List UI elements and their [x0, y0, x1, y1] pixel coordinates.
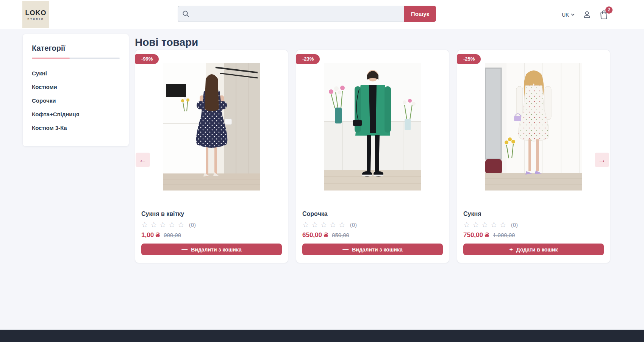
- chevron-down-icon: [571, 13, 575, 16]
- cart-button-label: Видалити з кошика: [191, 247, 242, 253]
- star-icons: ☆☆☆☆☆: [141, 221, 187, 228]
- price-row: 1,00 ₴ 900,00: [141, 231, 282, 239]
- current-price: 650,00 ₴: [302, 231, 328, 239]
- product-name[interactable]: Сукня в квітку: [141, 211, 282, 217]
- price-row: 750,00 ₴ 1.000,00: [463, 231, 604, 239]
- current-price: 1,00 ₴: [141, 231, 160, 239]
- cart-button[interactable]: 2: [599, 10, 608, 20]
- storefront-page: LOKO STUDIO Пошук UK: [0, 0, 644, 342]
- product-photo[interactable]: [324, 63, 421, 191]
- sidebar-item-dresses[interactable]: Сукні: [32, 67, 120, 80]
- arrow-left-icon: ←: [139, 155, 147, 164]
- categories-divider: [32, 58, 120, 59]
- star-icons: ☆☆☆☆☆: [302, 221, 348, 228]
- product-photo[interactable]: [163, 63, 260, 191]
- rating-count: (0): [511, 222, 518, 228]
- sidebar-item-suits[interactable]: Костюми: [32, 80, 120, 94]
- rating-count: (0): [189, 222, 196, 228]
- current-price: 750,00 ₴: [463, 231, 489, 239]
- arrow-right-icon: →: [598, 155, 606, 164]
- rating-count: (0): [350, 222, 357, 228]
- header: LOKO STUDIO Пошук UK: [0, 0, 644, 29]
- product-rating: ☆☆☆☆☆ (0): [141, 221, 282, 228]
- product-info: Сукня ☆☆☆☆☆ (0) 750,00 ₴ 1.000,00 + Дода…: [457, 204, 610, 263]
- product-rating: ☆☆☆☆☆ (0): [463, 221, 604, 228]
- language-selector[interactable]: UK: [562, 12, 575, 18]
- search-input[interactable]: [178, 6, 404, 22]
- user-icon: [583, 10, 591, 19]
- remove-from-cart-button[interactable]: — Видалити з кошика: [141, 244, 282, 255]
- product-photo[interactable]: [485, 63, 582, 191]
- logo-subtext: STUDIO: [27, 18, 44, 20]
- plus-icon: +: [509, 247, 513, 253]
- cart-button-label: Додати в кошик: [516, 247, 558, 253]
- star-icons: ☆☆☆☆☆: [463, 221, 509, 228]
- categories-panel: Категорії Сукні Костюми Сорочки Кофта+Сп…: [23, 34, 129, 146]
- minus-icon: —: [181, 247, 188, 253]
- carousel-prev-button[interactable]: ←: [136, 153, 150, 167]
- product-rating: ☆☆☆☆☆ (0): [302, 221, 443, 228]
- categories-list: Сукні Костюми Сорочки Кофта+Спідниця Кос…: [32, 67, 120, 135]
- categories-title: Категорії: [32, 44, 120, 53]
- cart-button-label: Видалити з кошика: [352, 247, 403, 253]
- footer: [0, 330, 644, 342]
- sidebar-item-shirts[interactable]: Сорочки: [32, 94, 120, 108]
- product-card: -25%: [457, 50, 610, 263]
- account-button[interactable]: [583, 10, 591, 19]
- discount-badge: -99%: [135, 54, 159, 64]
- sidebar-item-suit-3[interactable]: Костюм 3-Ка: [32, 121, 120, 135]
- carousel-next-button[interactable]: →: [595, 153, 609, 167]
- product-info: Сукня в квітку ☆☆☆☆☆ (0) 1,00 ₴ 900,00 —…: [135, 204, 288, 263]
- language-label: UK: [562, 12, 569, 18]
- header-controls: UK 2: [562, 0, 608, 29]
- product-card: -99%: [135, 50, 288, 263]
- minus-icon: —: [342, 247, 349, 253]
- discount-badge: -23%: [296, 54, 320, 64]
- product-card: -23%: [296, 50, 449, 263]
- product-name[interactable]: Сукня: [463, 211, 604, 217]
- product-name[interactable]: Сорочка: [302, 211, 443, 217]
- add-to-cart-button[interactable]: + Додати в кошик: [463, 244, 604, 255]
- search-bar: Пошук: [178, 6, 436, 22]
- sidebar-item-top-skirt[interactable]: Кофта+Спідниця: [32, 108, 120, 121]
- old-price: 900,00: [164, 232, 181, 238]
- discount-badge: -25%: [457, 54, 481, 64]
- old-price: 1.000,00: [493, 232, 515, 238]
- old-price: 850,00: [332, 232, 349, 238]
- page-title: Нові товари: [135, 36, 198, 48]
- logo-text: LOKO: [25, 9, 47, 17]
- logo[interactable]: LOKO STUDIO: [22, 1, 49, 28]
- search-icon: [182, 10, 189, 17]
- product-info: Сорочка ☆☆☆☆☆ (0) 650,00 ₴ 850,00 — Вида…: [296, 204, 449, 263]
- search-button[interactable]: Пошук: [404, 6, 436, 22]
- price-row: 650,00 ₴ 850,00: [302, 231, 443, 239]
- cart-count-badge: 2: [605, 6, 613, 14]
- remove-from-cart-button[interactable]: — Видалити з кошика: [302, 244, 443, 255]
